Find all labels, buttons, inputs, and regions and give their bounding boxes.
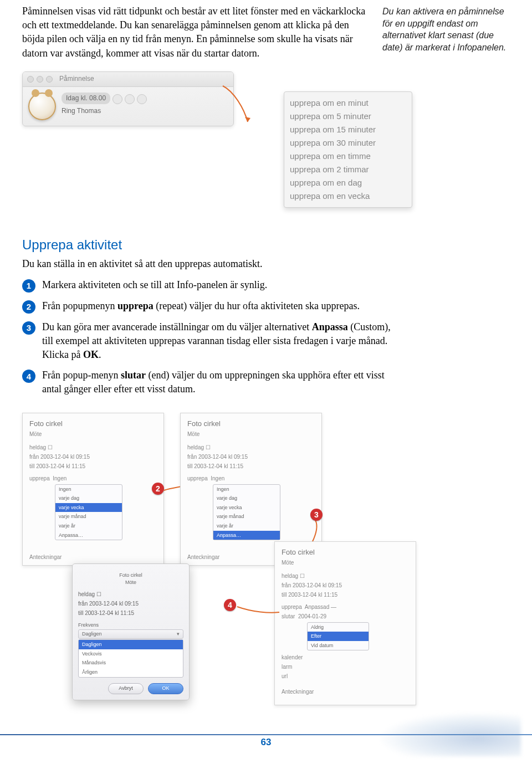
snooze-option[interactable]: upprepa om 30 minuter xyxy=(290,136,406,150)
repeat-option-customize[interactable]: Anpassa… xyxy=(213,531,280,540)
frequency-dropdown[interactable]: Dagligen▾ xyxy=(78,629,183,639)
step-3-text: Du kan göra mer avancerade inställningar… xyxy=(42,320,397,362)
snooze-option[interactable]: upprepa om 5 minuter xyxy=(290,110,406,123)
repeat-option[interactable]: varje månad xyxy=(55,512,122,521)
minimize-icon[interactable] xyxy=(37,76,43,83)
panel-title: Foto cirkel xyxy=(29,419,157,429)
panel-subtitle: Möte xyxy=(29,430,157,438)
intro-text: Påminnelsen visas vid rätt tidpunkt och … xyxy=(22,6,365,59)
sidebar-note: Du kan aktivera en påminnelse för en upp… xyxy=(382,4,510,60)
reminder-time-pill: Idag kl. 08.00 xyxy=(62,93,110,104)
snooze-option[interactable]: upprepa om 15 minuter xyxy=(290,123,406,136)
zoom-icon[interactable] xyxy=(46,76,53,83)
ok-button[interactable]: OK xyxy=(148,683,183,694)
snooze-menu[interactable]: upprepa om en minut upprepa om 5 minuter… xyxy=(284,91,412,208)
repeat-dropdown[interactable]: Ingen varje dag varje vecka varje månad … xyxy=(213,484,280,541)
frequency-list[interactable]: Dagligen Veckovis Månadsvis Årligen xyxy=(78,639,183,677)
repeat-arrow-button[interactable] xyxy=(125,94,135,104)
panel-allday: heldag ☐ xyxy=(29,444,157,452)
step-badge-1: 1 xyxy=(22,279,35,293)
step-badge-2: 2 xyxy=(22,300,35,314)
intro-paragraph: Påminnelsen visas vid rätt tidpunkt och … xyxy=(22,4,366,60)
info-panel-end-open: Foto cirkel Möte heldag ☐ från 2003-12-0… xyxy=(274,541,416,705)
info-panel-repeat-open: Foto cirkel Möte heldag ☐ från 2003-12-0… xyxy=(22,413,164,566)
snooze-option[interactable]: upprepa om en dag xyxy=(290,176,406,189)
snooze-option[interactable]: upprepa om en minut xyxy=(290,96,406,110)
svg-marker-0 xyxy=(245,117,250,122)
reminder-window: Påminnelse Idag kl. 08.00 Ring Thomas xyxy=(22,71,234,126)
repeat-option-selected[interactable]: varje vecka xyxy=(55,503,122,512)
step-badge-4: 4 xyxy=(22,370,35,383)
step-2-text: Från popupmenyn upprepa (repeat) väljer … xyxy=(42,299,360,313)
repeat-option[interactable]: Ingen xyxy=(55,485,122,494)
panel-notes-label: Anteckningar xyxy=(29,553,157,561)
section-intro: Du kan ställa in en aktivitet så att den… xyxy=(22,257,510,271)
close-icon[interactable] xyxy=(27,76,34,83)
step-badge-3: 3 xyxy=(22,321,35,335)
step-4-text: Från popup-menyn slutar (end) väljer du … xyxy=(42,368,397,396)
dismiss-button[interactable] xyxy=(137,94,147,104)
end-option[interactable]: Vid datum xyxy=(308,641,369,650)
panel-to: till 2003-12-04 kl 11:15 xyxy=(29,463,157,470)
customize-modal-frequency: Foto cirkel Möte heldag ☐ från 2003-12-0… xyxy=(72,563,190,700)
end-dropdown[interactable]: Aldrig Efter Vid datum xyxy=(307,622,369,651)
sidebar-note-text: Du kan aktivera en påminnelse för en upp… xyxy=(382,7,506,52)
snooze-option[interactable]: upprepa om en vecka xyxy=(290,189,406,203)
snooze-option[interactable]: upprepa om 2 timmar xyxy=(290,163,406,176)
repeat-dropdown[interactable]: Ingen varje dag varje vecka varje månad … xyxy=(55,484,122,541)
panel-from: från 2003-12-04 kl 09:15 xyxy=(29,453,157,461)
reminder-window-title: Påminnelse xyxy=(59,74,94,84)
snooze-option[interactable]: upprepa om en timme xyxy=(290,150,406,163)
window-controls[interactable] xyxy=(27,76,53,83)
reminder-subject: Ring Thomas xyxy=(62,106,228,116)
snooze-button[interactable] xyxy=(112,94,122,104)
end-option[interactable]: Aldrig xyxy=(308,623,369,632)
alarm-clock-icon xyxy=(28,93,56,120)
repeat-option[interactable]: varje år xyxy=(55,521,122,531)
callout-badge-4: 4 xyxy=(224,599,236,611)
page-number: 63 xyxy=(22,736,510,749)
step-1-text: Markera aktiviteten och se till att Info… xyxy=(42,278,267,292)
reminder-titlebar: Påminnelse xyxy=(23,72,233,87)
section-heading: Upprepa aktivitet xyxy=(22,235,510,254)
repeat-option[interactable]: Anpassa… xyxy=(55,531,122,540)
chevron-down-icon: ▾ xyxy=(177,631,180,638)
end-option-selected[interactable]: Efter xyxy=(308,632,369,641)
repeat-option[interactable]: varje dag xyxy=(55,494,122,503)
frequency-label: Frekvens xyxy=(78,622,99,628)
cancel-button[interactable]: Avbryt xyxy=(108,683,144,694)
